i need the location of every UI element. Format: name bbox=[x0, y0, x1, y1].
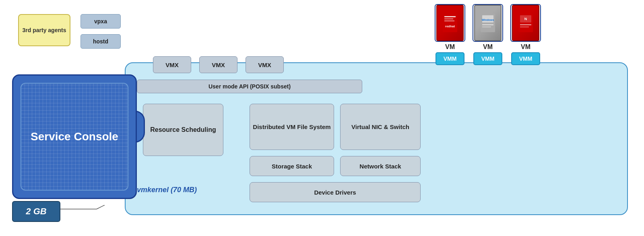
vmkernel-label: vmkernel (70 MB) bbox=[137, 186, 197, 194]
network-stack-label: Network Stack bbox=[359, 163, 401, 170]
storage-stack-label: Storage Stack bbox=[272, 163, 312, 170]
service-console-box: Service Console bbox=[12, 74, 137, 199]
dvmfs-box: Distributed VM File System bbox=[250, 104, 334, 150]
vmx-label-3: VMX bbox=[258, 62, 271, 68]
svg-rect-14 bbox=[520, 27, 529, 27]
vmx-box-1: VMX bbox=[153, 56, 191, 73]
vm-label-2: VM bbox=[483, 43, 493, 51]
vm-column-1: redhat VM VMM bbox=[435, 4, 465, 65]
vpxa-box: vpxa bbox=[80, 14, 121, 29]
svg-rect-13 bbox=[520, 24, 531, 25]
vm-column-2: Windows VM VMM bbox=[473, 4, 503, 65]
resource-scheduling-box: Resource Scheduling bbox=[143, 104, 223, 156]
vm-outer-box-1: redhat bbox=[435, 4, 465, 42]
device-drivers-label: Device Drivers bbox=[314, 189, 356, 196]
two-gb-label: 2 GB bbox=[26, 206, 46, 217]
user-mode-api-box: User mode API (POSIX subset) bbox=[137, 80, 362, 93]
storage-stack-box: Storage Stack bbox=[250, 156, 334, 176]
svg-rect-8 bbox=[482, 24, 493, 25]
svg-line-16 bbox=[97, 205, 105, 209]
vm-icon-redhat: redhat bbox=[436, 5, 464, 41]
service-console-inner: Service Console bbox=[21, 83, 128, 191]
resource-scheduling-label: Resource Scheduling bbox=[150, 125, 216, 134]
svg-rect-2 bbox=[444, 18, 453, 19]
vm-outer-box-3: N bbox=[510, 4, 541, 42]
vm-icon-windows: Windows bbox=[474, 5, 502, 41]
dvmfs-label: Distributed VM File System bbox=[253, 123, 330, 131]
service-console-label: Service Console bbox=[31, 129, 118, 144]
network-stack-box: Network Stack bbox=[340, 156, 421, 176]
hostd-box: hostd bbox=[80, 34, 121, 49]
vm-label-3: VM bbox=[521, 43, 530, 51]
vm-label-1: VM bbox=[445, 43, 455, 51]
two-gb-box: 2 GB bbox=[12, 201, 60, 222]
vmx-box-3: VMX bbox=[246, 56, 284, 73]
vmm-box-2: VMM bbox=[473, 52, 502, 65]
svg-text:Windows: Windows bbox=[482, 18, 494, 21]
vpxa-label: vpxa bbox=[94, 18, 107, 25]
vm-outer-box-2: Windows bbox=[473, 4, 503, 42]
vmm-box-1: VMM bbox=[436, 52, 464, 65]
vm-section: redhat VM VMM Windows bbox=[435, 4, 541, 65]
svg-text:N: N bbox=[524, 17, 527, 21]
vmx-label-1: VMX bbox=[165, 62, 179, 68]
svg-rect-9 bbox=[482, 27, 491, 27]
connector-line bbox=[60, 205, 113, 229]
vnic-switch-label: Virtual NIC & Switch bbox=[351, 123, 409, 131]
svg-text:redhat: redhat bbox=[445, 25, 455, 28]
svg-rect-1 bbox=[444, 16, 456, 17]
vmx-label-2: VMX bbox=[212, 62, 225, 68]
svg-rect-3 bbox=[444, 21, 454, 21]
user-mode-api-label: User mode API (POSIX subset) bbox=[208, 83, 291, 90]
vmm-box-3: VMM bbox=[511, 52, 540, 65]
vmx-box-2: VMX bbox=[199, 56, 237, 73]
vm-icon-novell: N bbox=[512, 5, 539, 41]
third-party-agents-label: 3rd party agents bbox=[23, 27, 66, 34]
vm-column-3: N VM VMM bbox=[510, 4, 541, 65]
device-drivers-box: Device Drivers bbox=[250, 182, 421, 202]
hostd-label: hostd bbox=[93, 38, 108, 45]
third-party-agents-box: 3rd party agents bbox=[18, 14, 70, 46]
vnic-switch-box: Virtual NIC & Switch bbox=[340, 104, 421, 150]
